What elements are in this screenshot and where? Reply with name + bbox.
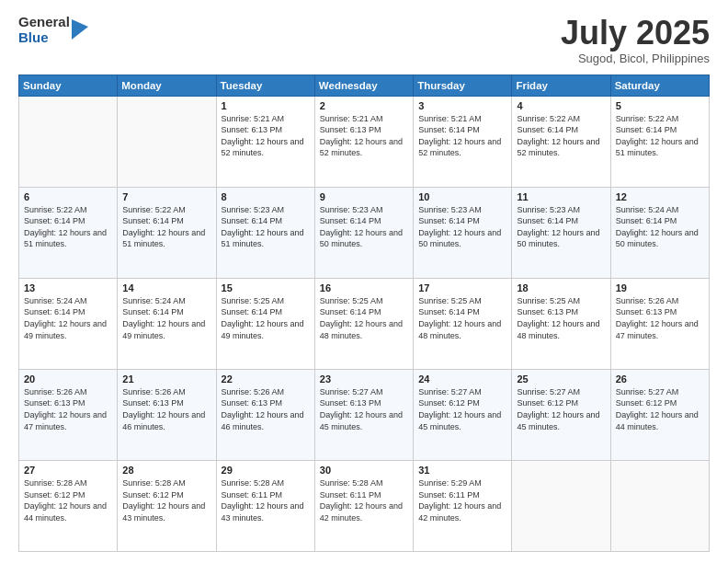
calendar-day-cell: 8Sunrise: 5:23 AMSunset: 6:14 PMDaylight… [216,187,314,278]
day-number: 5 [616,100,704,111]
day-info: Sunrise: 5:24 AMSunset: 6:14 PMDaylight:… [24,295,112,341]
day-info: Sunrise: 5:27 AMSunset: 6:12 PMDaylight:… [517,386,605,432]
calendar-day-cell [19,96,118,187]
day-of-week-header: Wednesday [314,75,413,96]
day-of-week-header: Sunday [19,75,118,96]
day-number: 19 [616,282,704,293]
calendar-day-cell: 20Sunrise: 5:26 AMSunset: 6:13 PMDayligh… [19,369,118,460]
day-number: 4 [517,100,605,111]
calendar-day-cell [512,460,610,551]
day-info: Sunrise: 5:26 AMSunset: 6:13 PMDaylight:… [122,386,210,432]
day-info: Sunrise: 5:28 AMSunset: 6:12 PMDaylight:… [122,477,210,523]
day-number: 31 [418,465,506,476]
svg-marker-0 [72,19,88,40]
day-info: Sunrise: 5:23 AMSunset: 6:14 PMDaylight:… [418,204,506,250]
calendar-day-cell: 21Sunrise: 5:26 AMSunset: 6:13 PMDayligh… [118,369,216,460]
day-number: 2 [320,100,408,111]
day-info: Sunrise: 5:28 AMSunset: 6:11 PMDaylight:… [320,477,408,523]
calendar-day-cell: 28Sunrise: 5:28 AMSunset: 6:12 PMDayligh… [118,460,216,551]
day-number: 11 [517,191,605,202]
day-of-week-header: Tuesday [216,75,314,96]
calendar-week-row: 6Sunrise: 5:22 AMSunset: 6:14 PMDaylight… [19,187,710,278]
calendar-day-cell: 22Sunrise: 5:26 AMSunset: 6:13 PMDayligh… [216,369,314,460]
calendar-day-cell: 9Sunrise: 5:23 AMSunset: 6:14 PMDaylight… [314,187,413,278]
day-number: 20 [24,373,112,385]
calendar-week-row: 27Sunrise: 5:28 AMSunset: 6:12 PMDayligh… [19,460,710,551]
day-info: Sunrise: 5:22 AMSunset: 6:14 PMDaylight:… [122,204,210,250]
day-info: Sunrise: 5:23 AMSunset: 6:14 PMDaylight:… [517,204,605,250]
day-number: 14 [122,282,210,293]
day-info: Sunrise: 5:22 AMSunset: 6:14 PMDaylight:… [517,113,605,159]
calendar-day-cell: 19Sunrise: 5:26 AMSunset: 6:13 PMDayligh… [610,278,709,369]
day-info: Sunrise: 5:27 AMSunset: 6:12 PMDaylight:… [616,386,704,432]
day-number: 17 [418,282,506,293]
day-info: Sunrise: 5:26 AMSunset: 6:13 PMDaylight:… [616,295,704,341]
day-number: 6 [24,191,112,202]
day-number: 24 [418,373,506,385]
day-info: Sunrise: 5:23 AMSunset: 6:14 PMDaylight:… [320,204,408,250]
day-number: 26 [616,373,704,385]
calendar-day-cell: 14Sunrise: 5:24 AMSunset: 6:14 PMDayligh… [118,278,216,369]
day-info: Sunrise: 5:26 AMSunset: 6:13 PMDaylight:… [222,386,310,432]
logo-text: General Blue [18,15,70,45]
logo-blue: Blue [18,30,70,46]
day-number: 25 [517,373,605,385]
day-number: 29 [222,465,310,476]
day-number: 1 [222,100,310,111]
day-info: Sunrise: 5:22 AMSunset: 6:14 PMDaylight:… [24,204,112,250]
calendar-day-cell: 27Sunrise: 5:28 AMSunset: 6:12 PMDayligh… [19,460,118,551]
calendar-day-cell: 25Sunrise: 5:27 AMSunset: 6:12 PMDayligh… [512,369,610,460]
day-info: Sunrise: 5:22 AMSunset: 6:14 PMDaylight:… [616,113,704,159]
calendar-day-cell: 23Sunrise: 5:27 AMSunset: 6:13 PMDayligh… [314,369,413,460]
logo: General Blue [18,15,88,45]
day-info: Sunrise: 5:29 AMSunset: 6:11 PMDaylight:… [418,477,506,523]
calendar-day-cell: 6Sunrise: 5:22 AMSunset: 6:14 PMDaylight… [19,187,118,278]
day-number: 10 [418,191,506,202]
day-info: Sunrise: 5:26 AMSunset: 6:13 PMDaylight:… [24,386,112,432]
calendar-day-cell: 16Sunrise: 5:25 AMSunset: 6:14 PMDayligh… [314,278,413,369]
calendar-day-cell: 2Sunrise: 5:21 AMSunset: 6:13 PMDaylight… [314,96,413,187]
calendar-day-cell: 13Sunrise: 5:24 AMSunset: 6:14 PMDayligh… [19,278,118,369]
day-number: 27 [24,465,112,476]
day-number: 23 [320,373,408,385]
calendar-day-cell: 10Sunrise: 5:23 AMSunset: 6:14 PMDayligh… [414,187,512,278]
calendar-day-cell: 12Sunrise: 5:24 AMSunset: 6:14 PMDayligh… [610,187,709,278]
day-info: Sunrise: 5:23 AMSunset: 6:14 PMDaylight:… [222,204,310,250]
day-info: Sunrise: 5:28 AMSunset: 6:12 PMDaylight:… [24,477,112,523]
calendar-week-row: 20Sunrise: 5:26 AMSunset: 6:13 PMDayligh… [19,369,710,460]
calendar-day-cell: 11Sunrise: 5:23 AMSunset: 6:14 PMDayligh… [512,187,610,278]
calendar-table: SundayMondayTuesdayWednesdayThursdayFrid… [18,75,710,552]
header-row: SundayMondayTuesdayWednesdayThursdayFrid… [19,75,710,96]
header: General Blue July 2025 Sugod, Bicol, Phi… [18,15,710,65]
calendar-week-row: 13Sunrise: 5:24 AMSunset: 6:14 PMDayligh… [19,278,710,369]
calendar-day-cell [118,96,216,187]
calendar-day-cell: 31Sunrise: 5:29 AMSunset: 6:11 PMDayligh… [414,460,512,551]
day-info: Sunrise: 5:27 AMSunset: 6:12 PMDaylight:… [418,386,506,432]
day-info: Sunrise: 5:28 AMSunset: 6:11 PMDaylight:… [222,477,310,523]
title-block: July 2025 Sugod, Bicol, Philippines [561,15,710,65]
day-number: 7 [122,191,210,202]
day-info: Sunrise: 5:24 AMSunset: 6:14 PMDaylight:… [122,295,210,341]
day-number: 13 [24,282,112,293]
day-info: Sunrise: 5:25 AMSunset: 6:14 PMDaylight:… [418,295,506,341]
day-number: 22 [222,373,310,385]
calendar-day-cell: 15Sunrise: 5:25 AMSunset: 6:14 PMDayligh… [216,278,314,369]
day-info: Sunrise: 5:25 AMSunset: 6:14 PMDaylight:… [222,295,310,341]
day-number: 3 [418,100,506,111]
calendar-day-cell: 5Sunrise: 5:22 AMSunset: 6:14 PMDaylight… [610,96,709,187]
day-number: 30 [320,465,408,476]
day-info: Sunrise: 5:25 AMSunset: 6:14 PMDaylight:… [320,295,408,341]
day-number: 8 [222,191,310,202]
day-number: 15 [222,282,310,293]
day-info: Sunrise: 5:21 AMSunset: 6:14 PMDaylight:… [418,113,506,159]
day-number: 12 [616,191,704,202]
day-number: 28 [122,465,210,476]
month-title: July 2025 [561,15,710,52]
location-subtitle: Sugod, Bicol, Philippines [561,52,710,65]
calendar-day-cell: 24Sunrise: 5:27 AMSunset: 6:12 PMDayligh… [414,369,512,460]
calendar-day-cell: 17Sunrise: 5:25 AMSunset: 6:14 PMDayligh… [414,278,512,369]
day-info: Sunrise: 5:25 AMSunset: 6:13 PMDaylight:… [517,295,605,341]
day-of-week-header: Saturday [610,75,709,96]
day-info: Sunrise: 5:21 AMSunset: 6:13 PMDaylight:… [320,113,408,159]
day-of-week-header: Monday [118,75,216,96]
